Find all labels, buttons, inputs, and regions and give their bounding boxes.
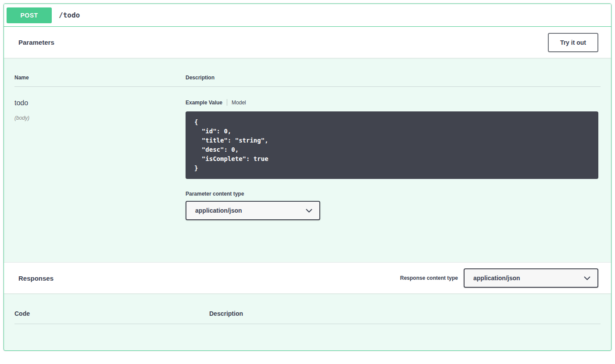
response-content-type-label: Response content type — [400, 275, 458, 281]
col-header-code: Code — [14, 310, 209, 317]
parameter-description-cell: Example Value Model { "id": 0, "title": … — [186, 99, 601, 220]
col-header-name: Name — [14, 75, 186, 81]
parameters-body: Name Description todo (body) Example Val… — [4, 58, 611, 262]
try-it-out-button[interactable]: Try it out — [548, 33, 598, 52]
response-content-type-select[interactable]: application/json — [464, 268, 598, 288]
tab-example-value[interactable]: Example Value — [186, 100, 222, 106]
method-badge: POST — [7, 7, 52, 23]
example-value-json: { "id": 0, "title": "string", "desc": 0,… — [186, 111, 598, 179]
parameters-table-header: Name Description — [14, 58, 601, 87]
endpoint-path: /todo — [59, 11, 80, 19]
endpoint-summary-bar[interactable]: POST /todo — [4, 4, 611, 27]
chevron-down-icon — [584, 276, 590, 280]
parameters-title: Parameters — [13, 39, 54, 46]
parameter-name-cell: todo (body) — [14, 99, 186, 220]
response-content-type-group: Response content type application/json — [400, 268, 598, 288]
response-content-type-value: application/json — [473, 275, 520, 282]
responses-title: Responses — [13, 275, 54, 282]
col-header-description: Description — [186, 75, 601, 81]
parameter-name: todo — [14, 99, 186, 107]
chevron-down-icon — [306, 209, 312, 213]
responses-table-header: Code Description — [14, 293, 601, 324]
parameter-content-type-value: application/json — [195, 207, 242, 214]
parameter-content-type-label: Parameter content type — [186, 191, 601, 197]
opblock-post-todo: POST /todo Parameters Try it out Name De… — [4, 4, 611, 351]
tab-divider — [227, 99, 227, 106]
col-header-response-description: Description — [209, 310, 601, 317]
responses-header: Responses Response content type applicat… — [4, 262, 611, 293]
parameter-content-type-select[interactable]: application/json — [186, 201, 320, 220]
parameter-row-todo: todo (body) Example Value Model { "id": … — [14, 87, 601, 262]
parameter-location: (body) — [14, 115, 186, 121]
model-example-tabs: Example Value Model — [186, 99, 601, 106]
parameters-header: Parameters Try it out — [4, 27, 611, 58]
responses-table-empty-area — [14, 324, 601, 350]
tab-model[interactable]: Model — [232, 100, 246, 106]
responses-body: Code Description — [4, 293, 611, 350]
